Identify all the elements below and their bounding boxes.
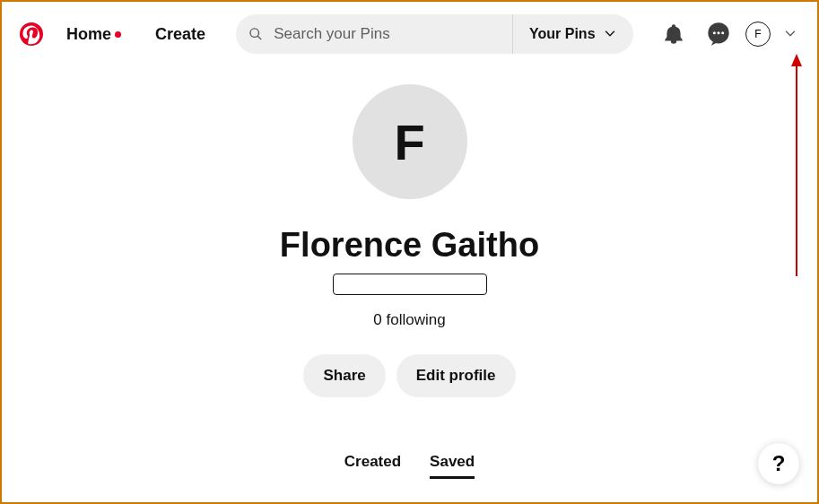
home-label: Home bbox=[66, 25, 111, 44]
svg-marker-6 bbox=[791, 54, 802, 66]
svg-point-3 bbox=[717, 31, 719, 34]
svg-point-2 bbox=[713, 31, 716, 34]
profile-avatar: F bbox=[353, 84, 467, 199]
profile-tabs: Created Saved bbox=[344, 453, 475, 479]
profile-actions: Share Edit profile bbox=[303, 354, 515, 397]
profile-id-box bbox=[333, 274, 487, 295]
following-count[interactable]: 0 following bbox=[373, 311, 445, 329]
annotation-arrow-icon bbox=[785, 54, 808, 278]
header-avatar-initial: F bbox=[754, 28, 761, 40]
top-header: Home Create Your Pins bbox=[2, 2, 817, 66]
help-button[interactable]: ? bbox=[758, 443, 799, 484]
messages-button[interactable] bbox=[701, 16, 736, 52]
home-link[interactable]: Home bbox=[54, 25, 134, 44]
profile-name: Florence Gaitho bbox=[280, 226, 539, 265]
create-link[interactable]: Create bbox=[143, 25, 218, 44]
pinterest-icon bbox=[20, 22, 43, 46]
edit-profile-button[interactable]: Edit profile bbox=[396, 354, 516, 397]
profile-avatar-initial: F bbox=[394, 113, 424, 171]
svg-point-4 bbox=[721, 31, 724, 34]
help-label: ? bbox=[772, 451, 786, 476]
tab-saved[interactable]: Saved bbox=[430, 453, 475, 479]
notification-dot-icon bbox=[115, 31, 121, 38]
search-input[interactable] bbox=[274, 25, 500, 43]
notifications-button[interactable] bbox=[656, 16, 692, 52]
search-input-area[interactable] bbox=[236, 25, 512, 43]
create-label: Create bbox=[155, 25, 205, 44]
tab-created[interactable]: Created bbox=[344, 453, 401, 479]
message-icon bbox=[706, 22, 731, 47]
bell-icon bbox=[662, 22, 685, 46]
header-avatar[interactable]: F bbox=[745, 22, 771, 47]
chevron-down-icon bbox=[603, 27, 617, 41]
share-button[interactable]: Share bbox=[303, 354, 385, 397]
search-filter-button[interactable]: Your Pins bbox=[512, 14, 633, 54]
pinterest-logo[interactable] bbox=[18, 21, 45, 48]
search-filter-label: Your Pins bbox=[529, 26, 596, 42]
account-menu-button[interactable] bbox=[780, 16, 801, 52]
search-bar: Your Pins bbox=[236, 14, 633, 54]
profile-section: F Florence Gaitho 0 following Share Edit… bbox=[2, 66, 817, 479]
search-icon bbox=[248, 26, 263, 42]
chevron-down-icon bbox=[783, 27, 797, 41]
